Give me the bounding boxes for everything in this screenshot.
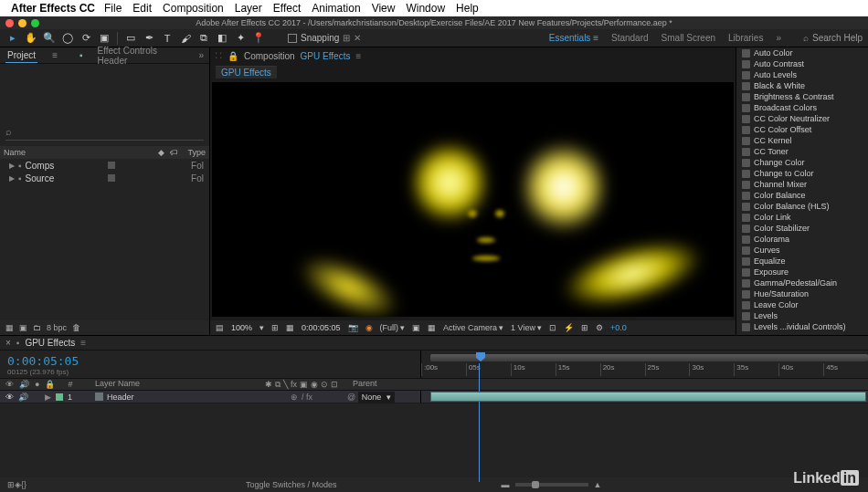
snap-option-icon[interactable]: ⊞ <box>343 33 350 43</box>
snapshot-icon[interactable]: 📷 <box>348 323 358 332</box>
effect-item[interactable]: Color Balance <box>736 190 868 201</box>
toggle-switches-modes[interactable]: Toggle Switches / Modes <box>246 480 337 489</box>
effect-item[interactable]: Auto Color <box>736 47 868 58</box>
tab-menu-icon[interactable]: ≡ <box>80 338 86 348</box>
interpret-footage-icon[interactable]: ▦ <box>5 323 14 332</box>
menu-effect[interactable]: Effect <box>273 2 301 15</box>
composition-viewer[interactable] <box>212 82 734 317</box>
audio-toggle-icon[interactable]: 🔊 <box>18 393 28 402</box>
selection-tool-icon[interactable]: ▸ <box>5 31 20 46</box>
resolution-dropdown[interactable]: (Full) ▾ <box>380 323 406 332</box>
switch-icon[interactable]: ▣ <box>300 380 308 389</box>
chevron-down-icon[interactable]: ▾ <box>259 323 264 332</box>
toggle-btn-icon[interactable]: {} <box>21 480 26 489</box>
effect-item[interactable]: Brightness & Contrast <box>736 91 868 102</box>
fast-preview-icon[interactable]: ⚡ <box>564 323 574 332</box>
effect-item[interactable]: Levels ...ividual Controls) <box>736 321 868 332</box>
effect-item[interactable]: Change Color <box>736 157 868 168</box>
panel-overflow-icon[interactable]: » <box>198 50 204 60</box>
label-swatch[interactable] <box>108 174 115 182</box>
effect-item[interactable]: Equalize <box>736 256 868 267</box>
effect-item[interactable]: Broadcast Colors <box>736 102 868 113</box>
time-ruler[interactable]: :00s05s10s15s20s25s30s35s40s45s <box>421 363 868 376</box>
search-help-field[interactable]: ⌕ Search Help <box>803 33 863 43</box>
effect-item[interactable]: CC Color Offset <box>736 124 868 135</box>
menu-composition[interactable]: Composition <box>163 2 224 15</box>
zoom-tool-icon[interactable]: 🔍 <box>42 31 57 46</box>
snap-option2-icon[interactable]: ✕ <box>354 33 361 43</box>
menu-file[interactable]: File <box>104 2 122 15</box>
switch-icon[interactable]: ⧉ <box>275 380 281 390</box>
col-parent[interactable]: Parent <box>347 379 420 390</box>
magnification-icon[interactable]: ▤ <box>216 323 224 332</box>
parent-dropdown[interactable]: None▾ <box>358 392 396 403</box>
switch-value[interactable]: ⊕ <box>291 393 298 402</box>
camera-dropdown[interactable]: Active Camera ▾ <box>443 323 503 332</box>
effect-item[interactable]: CC Kernel <box>736 135 868 146</box>
snapping-toggle[interactable]: Snapping ⊞ ✕ <box>288 33 361 43</box>
menu-view[interactable]: View <box>372 2 396 15</box>
menu-layer[interactable]: Layer <box>235 2 262 15</box>
layer-track[interactable] <box>420 391 868 403</box>
switch-fx[interactable]: / fx <box>302 393 312 402</box>
menu-help[interactable]: Help <box>456 2 479 15</box>
flowchart-icon[interactable]: ⚙ <box>596 323 603 332</box>
disclosure-icon[interactable]: ▶ <box>45 393 51 402</box>
video-toggle-icon[interactable]: 👁 <box>5 393 14 402</box>
effect-item[interactable]: Colorama <box>736 234 868 245</box>
switch-icon[interactable]: fx <box>291 380 297 389</box>
panel-menu-icon[interactable]: ≡ <box>52 50 58 60</box>
effect-item[interactable]: Color Link <box>736 212 868 223</box>
col-type[interactable]: Type <box>178 148 206 157</box>
panel-grip-icon[interactable]: ⸬ <box>216 50 222 61</box>
zoom-value[interactable]: 100% <box>231 323 252 332</box>
bpc-toggle[interactable]: 8 bpc <box>47 323 67 332</box>
resolution-icon[interactable]: ⊞ <box>271 323 279 332</box>
toggle-btn-icon[interactable]: ⊞ <box>7 480 15 489</box>
workspace-small-screen[interactable]: Small Screen <box>662 33 715 43</box>
checkbox-icon[interactable] <box>288 34 297 43</box>
puppet-tool-icon[interactable]: 📍 <box>251 31 266 46</box>
effect-item[interactable]: Levels <box>736 310 868 321</box>
delete-icon[interactable]: 🗑 <box>72 323 80 332</box>
effect-item[interactable]: Change to Color <box>736 168 868 179</box>
timeline-icon[interactable]: ⊞ <box>581 323 588 332</box>
effect-item[interactable]: Hue/Saturation <box>736 288 868 299</box>
zoom-slider[interactable] <box>515 483 588 487</box>
lock-icon[interactable]: 🔒 <box>228 51 238 61</box>
tab-menu-icon[interactable]: ≡ <box>355 51 361 61</box>
label-swatch[interactable] <box>108 162 115 169</box>
label-swatch[interactable] <box>56 393 63 401</box>
layer-name[interactable]: Header <box>107 393 134 402</box>
col-layer-name[interactable]: Layer Name <box>91 379 256 390</box>
solo-col-icon[interactable]: ● <box>35 380 39 389</box>
effect-item[interactable]: Channel Mixer <box>736 179 868 190</box>
menu-edit[interactable]: Edit <box>132 2 152 15</box>
close-tab-icon[interactable]: × <box>5 338 11 348</box>
disclosure-icon[interactable]: ▶ <box>9 162 15 170</box>
eraser-tool-icon[interactable]: ◧ <box>215 31 229 46</box>
effect-item[interactable]: Leave Color <box>736 299 868 310</box>
comp-tab-name[interactable]: GPU Effects <box>301 51 351 61</box>
disclosure-icon[interactable]: ▶ <box>9 174 15 183</box>
project-item-source[interactable]: ▶ ▪ Source Fol <box>0 172 209 184</box>
current-timecode[interactable]: 0:00:05:05 <box>7 354 79 368</box>
effect-item[interactable]: Curves <box>736 245 868 256</box>
switch-icon[interactable]: ╲ <box>283 380 288 389</box>
timeline-zoom[interactable]: ▬ ▲ <box>502 480 602 489</box>
menu-window[interactable]: Window <box>406 2 445 15</box>
preview-timecode[interactable]: 0:00:05:05 <box>302 323 341 332</box>
audio-col-icon[interactable]: 🔊 <box>19 380 29 389</box>
exposure-value[interactable]: +0.0 <box>610 323 627 332</box>
menu-animation[interactable]: Animation <box>312 2 360 15</box>
roto-tool-icon[interactable]: ✦ <box>233 31 248 46</box>
lock-col-icon[interactable]: 🔒 <box>45 380 55 389</box>
channel-icon[interactable]: ◉ <box>365 323 373 332</box>
comp-subtab[interactable]: GPU Effects <box>216 66 277 79</box>
switch-icon[interactable]: ⊡ <box>331 380 338 389</box>
timeline-layer-row[interactable]: 👁 🔊 ▶ 1 Header ⊕ / fx @ None▾ <box>0 391 868 403</box>
zoom-slider-knob[interactable] <box>532 481 539 488</box>
timeline-comp-name[interactable]: GPU Effects <box>25 338 75 348</box>
grid-icon[interactable]: ▦ <box>286 323 294 332</box>
effect-item[interactable]: Gamma/Pedestal/Gain <box>736 277 868 288</box>
